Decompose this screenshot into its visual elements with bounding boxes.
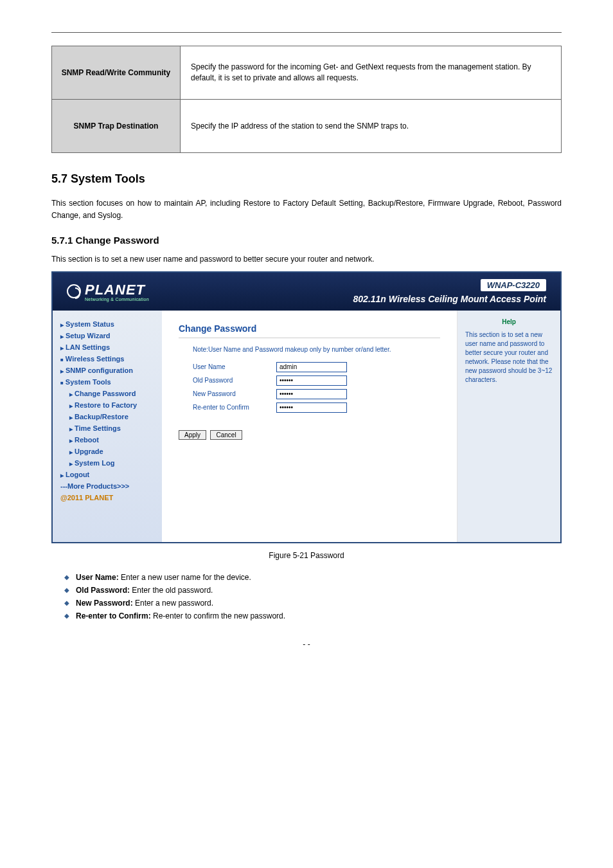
row2-val: Specify the IP address of the station to… (181, 100, 562, 153)
sidebar-item[interactable]: Change Password (60, 388, 162, 399)
cancel-button[interactable]: Cancel (210, 430, 242, 440)
sidebar-item[interactable]: System Status (60, 318, 162, 330)
planet-logo-icon (67, 284, 81, 298)
sidebar-item[interactable]: Restore to Factory (60, 399, 162, 411)
username-input[interactable] (276, 362, 347, 372)
help-panel: Help This section is to set a new user n… (458, 311, 560, 542)
sidebar-item[interactable]: Setup Wizard (60, 330, 162, 341)
panel-note: Note:User Name and Password makeup only … (193, 346, 440, 353)
rule (51, 32, 562, 33)
section-heading: 5.7 System Tools (51, 172, 562, 186)
brand-sub: Networking & Communication (85, 297, 149, 302)
sidebar-item[interactable]: Logout (60, 469, 162, 480)
ss-header: PLANET Networking & Communication WNAP-C… (53, 273, 560, 311)
list-item: Old Password: Enter the old password. (64, 586, 562, 595)
newpw-label: New Password (193, 390, 276, 397)
oldpw-input[interactable] (276, 375, 347, 386)
help-body: This section is to set a new user name a… (465, 330, 553, 384)
panel-title: Change Password (179, 323, 440, 338)
sidebar-item[interactable]: Backup/Restore (60, 411, 162, 422)
sidebar-item[interactable]: System Log (60, 457, 162, 469)
username-label: User Name (193, 363, 276, 370)
embedded-screenshot: PLANET Networking & Communication WNAP-C… (51, 271, 562, 543)
main-panel: Change Password Note:User Name and Passw… (162, 311, 458, 542)
list-item: User Name: Enter a new user name for the… (64, 573, 562, 582)
model-badge: WNAP-C3220 (481, 279, 546, 291)
subsection-intro: This section is to set a new user name a… (51, 253, 562, 266)
sidebar-item[interactable]: Wireless Settings (60, 353, 162, 365)
figure-caption: Figure 5-21 Password (51, 551, 562, 560)
sidebar-item[interactable]: SNMP configuration (60, 365, 162, 376)
field-bullet-list: User Name: Enter a new user name for the… (51, 573, 562, 620)
sidebar-item[interactable]: ---More Products>>> (60, 480, 162, 492)
sidebar-item[interactable]: Reboot (60, 434, 162, 446)
oldpw-label: Old Password (193, 377, 276, 384)
sidebar-item[interactable]: Time Settings (60, 422, 162, 434)
reenter-label: Re-enter to Confirm (193, 404, 276, 411)
brand-block: PLANET Networking & Communication (67, 282, 149, 302)
sidebar-item[interactable]: @2011 PLANET (60, 492, 162, 503)
apply-button[interactable]: Apply (179, 430, 206, 440)
row1-val: Specify the password for the incoming Ge… (181, 46, 562, 100)
row1-key: SNMP Read/Write Community (52, 46, 181, 100)
device-title: 802.11n Wireless Ceiling Mount Access Po… (353, 294, 546, 304)
subsection-heading: 5.7.1 Change Password (51, 235, 562, 246)
list-item: New Password: Enter a new password. (64, 599, 562, 608)
page-number: - - (51, 640, 562, 649)
row2-key: SNMP Trap Destination (52, 100, 181, 153)
param-table: SNMP Read/Write Community Specify the pa… (51, 46, 562, 153)
section-intro: This section focuses on how to maintain … (51, 197, 562, 222)
sidebar: System StatusSetup WizardLAN SettingsWir… (53, 311, 162, 542)
help-title: Help (465, 318, 553, 325)
sidebar-item[interactable]: System Tools (60, 376, 162, 388)
newpw-input[interactable] (276, 389, 347, 399)
brand-text: PLANET (85, 282, 149, 298)
reenter-input[interactable] (276, 402, 347, 413)
list-item: Re-enter to Confirm: Re-enter to confirm… (64, 611, 562, 620)
sidebar-item[interactable]: Upgrade (60, 446, 162, 457)
sidebar-item[interactable]: LAN Settings (60, 341, 162, 353)
